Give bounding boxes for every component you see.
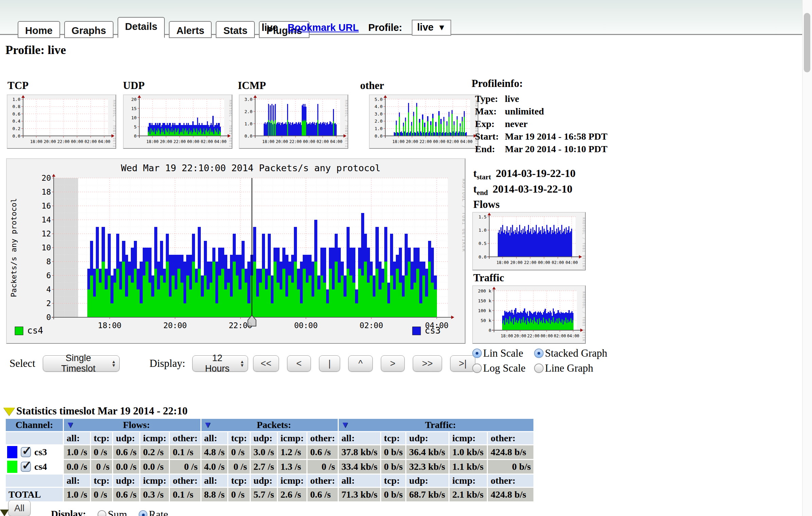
scrollbar-thumb[interactable] [804,13,810,72]
subheader-cell: icmp: [140,475,169,487]
stat-cell: 4.8 /s [201,445,228,459]
column-group-channel[interactable]: Channel: [6,419,63,431]
tab-alerts[interactable]: Alerts [169,21,212,38]
svg-text:00:00: 00:00 [187,139,199,144]
svg-text:20:00: 20:00 [160,139,172,144]
stat-cell: 0.0 /s [64,460,90,474]
log-scale-radio[interactable]: Log Scale [472,362,534,374]
all-channels-button[interactable]: All [8,500,31,516]
stat-cell: 0 /s [228,460,250,474]
stat-cell: 37.8 kb/s [339,445,380,459]
timeslot-nav-button-4[interactable]: > [381,355,405,372]
channel-checkbox[interactable]: ✓ [21,447,31,457]
display-mode-label: Rate [149,509,168,516]
sort-desc-icon[interactable]: ▼ [204,421,212,429]
svg-text:8: 8 [46,257,51,266]
total-row: TOTAL1.0 /s0 /s0.6 /s0.3 /s0.1 /s8.8 /s0… [6,488,533,501]
timeslot-nav-button-6[interactable]: >| [450,355,475,372]
stat-cell: 0 /s [91,445,112,459]
line-graph-radio[interactable]: Line Graph [534,362,607,374]
svg-text:5.0: 5.0 [375,97,383,102]
radio-icon[interactable] [472,363,482,373]
tab-home[interactable]: Home [18,21,60,38]
other-chart[interactable]: 0.01.02.03.04.05.018:0020:0022:0000:0002… [369,94,478,149]
udp-chart-title: UDP [123,79,145,92]
svg-text:02:00: 02:00 [554,334,566,338]
column-group-inner: ▼Traffic: [341,420,531,430]
vertical-scrollbar[interactable] [802,0,812,516]
subheader-cell: tcp: [91,432,112,444]
timeslot-nav-button-0[interactable]: << [253,355,279,372]
tab-stats[interactable]: Stats [216,21,255,38]
timeslot-nav-button-3[interactable]: ^ [348,355,373,372]
timeslot-nav-button-2[interactable]: | [319,355,340,372]
stat-cell: 0 b/s [488,460,533,474]
channel-name-cell: ✓cs3 [6,445,63,459]
column-group-packets[interactable]: ▼Packets: [201,419,338,431]
column-group-flows[interactable]: ▼Flows: [64,419,200,431]
display-mode-label: Sum [108,509,127,516]
radio-icon[interactable] [472,349,482,358]
svg-text:150 k: 150 k [478,298,491,303]
display-range-select[interactable]: 12 Hours ▲▼ [192,355,248,372]
collapse-section-icon[interactable] [3,408,15,416]
stat-cell: 0.0 /s [113,460,139,474]
subheader-cell: all: [201,432,228,444]
udp-chart[interactable]: 0510152018:0020:0022:0000:0002:0004:00RR… [123,94,232,149]
channel-row-cs4: ✓cs40.0 /s0 /s0.0 /s0.0 /s0 /s4.0 /s0 /s… [6,460,533,474]
svg-text:18:00: 18:00 [496,260,509,265]
timeslot-select[interactable]: Single Timeslot ▲▼ [43,355,120,372]
svg-text:18:00: 18:00 [146,139,159,144]
flows-chart[interactable]: 0.00.51.01.518:0020:0022:0000:0002:0004:… [472,212,586,270]
traffic-chart[interactable]: 050 k100 k150 k200 k18:0020:0022:0000:00… [472,285,586,344]
radio-icon[interactable] [139,510,147,516]
sort-desc-icon[interactable]: ▼ [66,421,75,429]
radio-icon[interactable] [534,349,544,358]
svg-text:00:00: 00:00 [71,139,83,144]
svg-text:02:00: 02:00 [359,321,383,330]
svg-text:1.0: 1.0 [479,228,487,233]
tab-graphs[interactable]: Graphs [64,21,114,38]
channel-checkbox[interactable]: ✓ [21,462,31,472]
stat-cell: 1.0 kb/s [449,445,487,459]
svg-text:18:00: 18:00 [30,139,42,144]
tab-details[interactable]: Details [118,17,165,38]
profileinfo-label: Start: [475,130,505,143]
display-mode-row: Display:SumRate [51,509,168,516]
subheader-cell: tcp: [381,432,405,444]
bookmark-url-link[interactable]: Bookmark URL [287,22,359,33]
profile-select[interactable]: live ▼ [412,20,451,36]
radio-icon[interactable] [534,363,544,373]
svg-text:100 k: 100 k [478,308,491,313]
display-mode-rate[interactable]: Rate [139,509,168,516]
stat-cell: 2.7 /s [251,460,277,474]
svg-text:RRDTOOL / TOBI OETIKER: RRDTOOL / TOBI OETIKER [461,179,465,252]
stat-cell: 0 /s [228,445,250,459]
subheader-cell: all: [339,432,380,444]
profileinfo-value: never [505,118,528,130]
tend-row: tend2014-03-19-22-10 [473,183,572,197]
timeslot-nav-button-5[interactable]: >> [413,355,442,372]
traffic-chart-title: Traffic [473,272,504,284]
timeslot-nav-button-1[interactable]: < [287,355,311,372]
lin-scale-radio[interactable]: Lin Scale [472,347,534,359]
sort-desc-icon[interactable]: ▼ [341,421,350,429]
subheader-cell: icmp: [278,475,306,487]
main-chart[interactable]: 0246810121416182018:0020:0022:0000:0002:… [6,158,465,344]
stat-cell: 1.0 /s [64,445,90,459]
timeslot-nav-buttons: <<<|^>>>>| [253,355,475,372]
tcp-chart[interactable]: 0.00.20.40.60.81.018:0020:0022:0000:0002… [7,94,116,149]
subheader-cell: tcp: [91,475,112,487]
svg-text:04:00: 04:00 [566,260,578,265]
stat-cell: 0 /s [228,488,250,501]
display-mode-sum[interactable]: Sum [98,509,127,516]
radio-icon[interactable] [98,510,106,516]
profileinfo-label: End: [475,143,505,155]
icmp-chart[interactable]: 0.01.02.03.018:0020:0022:0000:0002:0004:… [239,94,348,149]
column-group-traffic[interactable]: ▼Traffic: [339,419,533,431]
channel-row-cs3: ✓cs31.0 /s0 /s0.6 /s0.2 /s0.1 /s4.8 /s0 … [6,445,533,459]
stacked-graph-radio[interactable]: Stacked Graph [534,347,607,359]
svg-text:20:00: 20:00 [44,139,56,144]
svg-text:04:00: 04:00 [567,334,579,338]
stat-cell: 0 b/s [381,460,405,474]
